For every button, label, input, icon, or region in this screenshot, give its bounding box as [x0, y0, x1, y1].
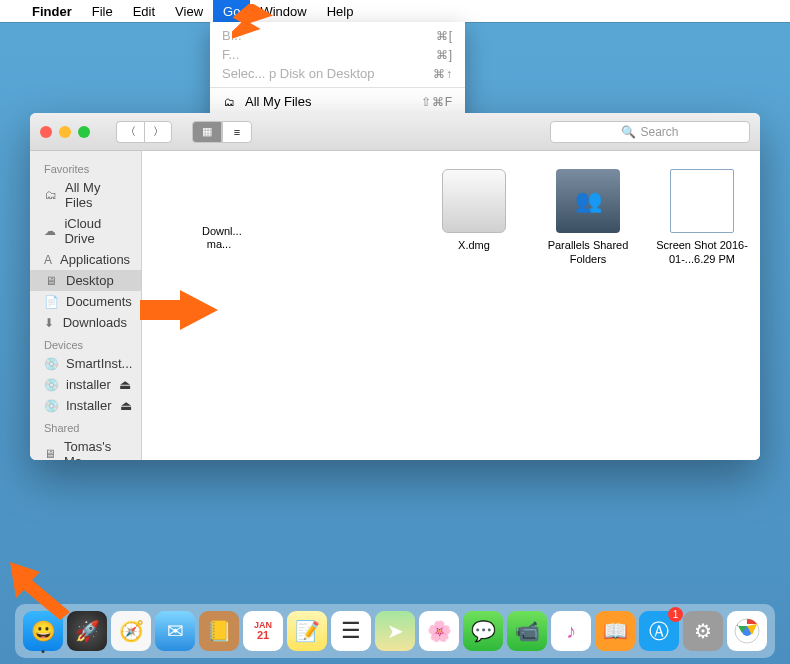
go-menu-forward: F...⌘] [210, 45, 465, 64]
sidebar-item-installer-2[interactable]: 💿Installer⏏ [30, 395, 141, 416]
screenshot-icon [670, 169, 734, 233]
view-segmented-control: ▦ ≡ [192, 121, 252, 143]
disk-icon: 💿 [44, 399, 58, 413]
menu-go[interactable]: Go [213, 0, 250, 22]
icloud-icon: ☁︎ [44, 224, 56, 238]
sidebar-item-all-my-files[interactable]: 🗂All My Files [30, 177, 141, 213]
search-field[interactable]: 🔍 Search [550, 121, 750, 143]
sidebar-item-tomas-mac[interactable]: 🖥Tomas's Ma... [30, 436, 141, 460]
disk-icon: 💿 [44, 378, 58, 392]
go-menu-select-startup: Selec... p Disk on Desktop⌘↑ [210, 64, 465, 83]
all-my-files-icon: 🗂 [222, 96, 237, 108]
dock-safari-icon[interactable]: 🧭 [111, 611, 151, 651]
dock-itunes-icon[interactable]: ♪ [551, 611, 591, 651]
dock-calendar-icon[interactable]: JAN21 [243, 611, 283, 651]
remote-mac-icon: 🖥 [44, 447, 56, 460]
menu-view[interactable]: View [165, 0, 213, 22]
applications-icon: A [44, 253, 52, 267]
sidebar-header-devices: Devices [30, 333, 141, 353]
desktop-item-parallels-shared[interactable]: 👥 Parallels Shared Folders [538, 169, 638, 267]
nav-buttons: 〈 〉 [116, 121, 172, 143]
close-button[interactable] [40, 126, 52, 138]
window-titlebar[interactable]: 〈 〉 ▦ ≡ 🔍 Search [30, 113, 760, 151]
menu-help[interactable]: Help [317, 0, 364, 22]
traffic-lights [40, 126, 90, 138]
eject-icon[interactable]: ⏏ [119, 377, 131, 392]
sidebar-item-installer-1[interactable]: 💿installer⏏ [30, 374, 141, 395]
zoom-button[interactable] [78, 126, 90, 138]
finder-content[interactable]: X.dmg 👥 Parallels Shared Folders Screen … [142, 151, 760, 460]
sidebar-item-applications[interactable]: AApplications [30, 249, 141, 270]
dock-mail-icon[interactable]: ✉︎ [155, 611, 195, 651]
dock-chrome-icon[interactable] [727, 611, 767, 651]
menubar: Finder File Edit View Go Window Help [0, 0, 790, 22]
back-button[interactable]: 〈 [116, 121, 144, 143]
dock-facetime-icon[interactable]: 📹 [507, 611, 547, 651]
menu-window[interactable]: Window [250, 0, 316, 22]
sidebar-item-desktop[interactable]: 🖥Desktop [30, 270, 141, 291]
dock: 😀 🚀 🧭 ✉︎ 📒 JAN21 📝 ☰ ➤ 🌸 💬 📹 ♪ 📖 Ⓐ 1 ⚙︎ [15, 604, 775, 658]
finder-sidebar: Favorites 🗂All My Files ☁︎iCloud Drive A… [30, 151, 142, 460]
view-list-mode[interactable]: ≡ [222, 121, 252, 143]
forward-button[interactable]: 〉 [144, 121, 172, 143]
sidebar-item-documents[interactable]: 📄Documents [30, 291, 141, 312]
partial-item-label: Downl... ma... [202, 225, 236, 251]
dock-ibooks-icon[interactable]: 📖 [595, 611, 635, 651]
dock-reminders-icon[interactable]: ☰ [331, 611, 371, 651]
search-icon: 🔍 [621, 125, 636, 139]
dock-maps-icon[interactable]: ➤ [375, 611, 415, 651]
sidebar-item-smartinst[interactable]: 💿SmartInst...⏏ [30, 353, 141, 374]
desktop-item-dmg[interactable]: X.dmg [424, 169, 524, 253]
disk-icon: 💿 [44, 357, 58, 371]
finder-window: 〈 〉 ▦ ≡ 🔍 Search Favorites 🗂All My Files… [30, 113, 760, 460]
go-menu-all-my-files[interactable]: 🗂All My Files⇧⌘F [210, 92, 465, 111]
view-icon-mode[interactable]: ▦ [192, 121, 222, 143]
documents-icon: 📄 [44, 295, 58, 309]
go-menu-back: B...⌘[ [210, 26, 465, 45]
sidebar-header-favorites: Favorites [30, 157, 141, 177]
search-placeholder: Search [640, 125, 678, 139]
dock-messages-icon[interactable]: 💬 [463, 611, 503, 651]
menu-edit[interactable]: Edit [123, 0, 165, 22]
dock-notes-icon[interactable]: 📝 [287, 611, 327, 651]
desktop-item-screenshot[interactable]: Screen Shot 2016-01-...6.29 PM [652, 169, 752, 267]
downloads-icon: ⬇︎ [44, 316, 55, 330]
dock-launchpad-icon[interactable]: 🚀 [67, 611, 107, 651]
desktop-icon: 🖥 [44, 274, 58, 288]
dock-appstore-icon[interactable]: Ⓐ 1 [639, 611, 679, 651]
badge: 1 [668, 607, 683, 622]
sidebar-item-downloads[interactable]: ⬇︎Downloads [30, 312, 141, 333]
sidebar-item-icloud[interactable]: ☁︎iCloud Drive [30, 213, 141, 249]
menubar-app-name[interactable]: Finder [22, 0, 82, 22]
dock-contacts-icon[interactable]: 📒 [199, 611, 239, 651]
menu-file[interactable]: File [82, 0, 123, 22]
dock-photos-icon[interactable]: 🌸 [419, 611, 459, 651]
dock-system-preferences-icon[interactable]: ⚙︎ [683, 611, 723, 651]
dmg-icon [442, 169, 506, 233]
dock-finder-icon[interactable]: 😀 [23, 611, 63, 651]
dock-running-indicator [42, 650, 45, 653]
sidebar-header-shared: Shared [30, 416, 141, 436]
minimize-button[interactable] [59, 126, 71, 138]
eject-icon[interactable]: ⏏ [120, 398, 132, 413]
shared-folder-icon: 👥 [556, 169, 620, 233]
all-my-files-icon: 🗂 [44, 188, 57, 202]
menu-separator [210, 87, 465, 88]
